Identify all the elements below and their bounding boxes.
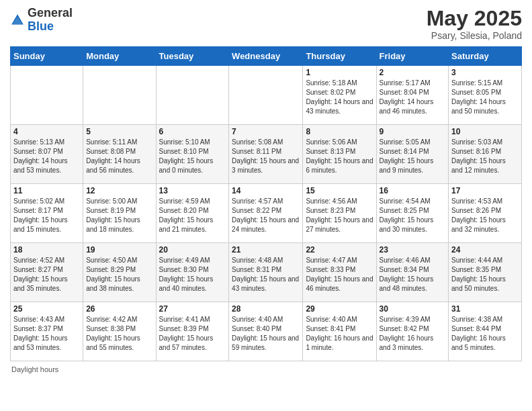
- col-thursday: Thursday: [303, 47, 376, 66]
- day-number: 13: [159, 186, 226, 195]
- calendar-cell-w1-d2: [156, 66, 229, 125]
- day-info: Sunrise: 4:38 AM Sunset: 8:44 PM Dayligh…: [451, 315, 519, 353]
- day-number: 20: [159, 245, 226, 255]
- calendar-cell-w3-d1: 12Sunrise: 5:00 AM Sunset: 8:19 PM Dayli…: [83, 184, 156, 243]
- day-info: Sunrise: 4:47 AM Sunset: 8:33 PM Dayligh…: [306, 256, 373, 293]
- calendar-cell-w2-d2: 6Sunrise: 5:10 AM Sunset: 8:10 PM Daylig…: [156, 125, 229, 184]
- calendar-cell-w4-d5: 23Sunrise: 4:46 AM Sunset: 8:34 PM Dayli…: [376, 243, 449, 302]
- day-info: Sunrise: 4:54 AM Sunset: 8:25 PM Dayligh…: [380, 197, 446, 234]
- location-text: Psary, Silesia, Poland: [427, 30, 522, 41]
- calendar-cell-w2-d6: 10Sunrise: 5:03 AM Sunset: 8:16 PM Dayli…: [449, 125, 522, 184]
- day-info: Sunrise: 4:41 AM Sunset: 8:39 PM Dayligh…: [159, 315, 226, 353]
- day-info: Sunrise: 4:48 AM Sunset: 8:31 PM Dayligh…: [232, 256, 300, 293]
- day-info: Sunrise: 5:00 AM Sunset: 8:19 PM Dayligh…: [86, 197, 152, 234]
- day-info: Sunrise: 5:13 AM Sunset: 8:07 PM Dayligh…: [13, 138, 80, 175]
- day-number: 21: [232, 245, 300, 255]
- calendar-cell-w2-d0: 4Sunrise: 5:13 AM Sunset: 8:07 PM Daylig…: [11, 125, 83, 184]
- day-info: Sunrise: 5:18 AM Sunset: 8:02 PM Dayligh…: [306, 79, 373, 116]
- calendar-cell-w5-d3: 28Sunrise: 4:40 AM Sunset: 8:40 PM Dayli…: [229, 302, 303, 361]
- day-info: Sunrise: 4:52 AM Sunset: 8:27 PM Dayligh…: [13, 256, 80, 293]
- calendar-cell-w2-d4: 8Sunrise: 5:06 AM Sunset: 8:13 PM Daylig…: [303, 125, 376, 184]
- day-number: 6: [159, 127, 226, 136]
- day-info: Sunrise: 5:06 AM Sunset: 8:13 PM Dayligh…: [306, 138, 373, 175]
- col-friday: Friday: [376, 47, 449, 66]
- day-info: Sunrise: 4:40 AM Sunset: 8:40 PM Dayligh…: [232, 315, 300, 353]
- day-number: 16: [380, 186, 446, 195]
- day-number: 17: [451, 186, 519, 195]
- calendar-cell-w1-d6: 3Sunrise: 5:15 AM Sunset: 8:05 PM Daylig…: [449, 66, 522, 125]
- day-number: 3: [451, 68, 519, 77]
- calendar-cell-w5-d2: 27Sunrise: 4:41 AM Sunset: 8:39 PM Dayli…: [156, 302, 229, 361]
- month-year-title: May 2025: [427, 7, 522, 30]
- day-number: 12: [86, 186, 152, 195]
- day-number: 24: [451, 245, 519, 255]
- col-monday: Monday: [83, 47, 156, 66]
- day-number: 29: [306, 304, 373, 314]
- day-info: Sunrise: 4:43 AM Sunset: 8:37 PM Dayligh…: [13, 315, 80, 353]
- calendar-cell-w2-d3: 7Sunrise: 5:08 AM Sunset: 8:11 PM Daylig…: [229, 125, 303, 184]
- day-number: 25: [13, 304, 80, 314]
- day-info: Sunrise: 5:03 AM Sunset: 8:16 PM Dayligh…: [451, 138, 519, 175]
- footer-note: Daylight hours: [10, 365, 522, 373]
- day-number: 7: [232, 127, 300, 136]
- day-number: 10: [451, 127, 519, 136]
- calendar-cell-w3-d0: 11Sunrise: 5:02 AM Sunset: 8:17 PM Dayli…: [11, 184, 83, 243]
- calendar-week-4: 18Sunrise: 4:52 AM Sunset: 8:27 PM Dayli…: [11, 243, 522, 302]
- day-info: Sunrise: 4:40 AM Sunset: 8:41 PM Dayligh…: [306, 315, 373, 353]
- calendar-cell-w1-d5: 2Sunrise: 5:17 AM Sunset: 8:04 PM Daylig…: [376, 66, 449, 125]
- day-number: 11: [13, 186, 80, 195]
- day-number: 9: [380, 127, 446, 136]
- day-info: Sunrise: 5:05 AM Sunset: 8:14 PM Dayligh…: [380, 138, 446, 175]
- calendar-cell-w3-d6: 17Sunrise: 4:53 AM Sunset: 8:26 PM Dayli…: [449, 184, 522, 243]
- calendar-cell-w2-d5: 9Sunrise: 5:05 AM Sunset: 8:14 PM Daylig…: [376, 125, 449, 184]
- day-number: 8: [306, 127, 373, 136]
- calendar-cell-w3-d2: 13Sunrise: 4:59 AM Sunset: 8:20 PM Dayli…: [156, 184, 229, 243]
- day-info: Sunrise: 4:49 AM Sunset: 8:30 PM Dayligh…: [159, 256, 226, 293]
- day-number: 27: [159, 304, 226, 314]
- calendar-cell-w4-d2: 20Sunrise: 4:49 AM Sunset: 8:30 PM Dayli…: [156, 243, 229, 302]
- calendar-cell-w1-d0: [11, 66, 83, 125]
- logo-icon: [10, 13, 25, 28]
- calendar-cell-w3-d4: 15Sunrise: 4:56 AM Sunset: 8:23 PM Dayli…: [303, 184, 376, 243]
- logo: General Blue: [10, 7, 73, 34]
- day-info: Sunrise: 5:17 AM Sunset: 8:04 PM Dayligh…: [380, 79, 446, 116]
- day-number: 5: [86, 127, 152, 136]
- logo-text: General Blue: [28, 7, 73, 34]
- calendar-cell-w2-d1: 5Sunrise: 5:11 AM Sunset: 8:08 PM Daylig…: [83, 125, 156, 184]
- calendar-cell-w5-d6: 31Sunrise: 4:38 AM Sunset: 8:44 PM Dayli…: [449, 302, 522, 361]
- calendar-table: Sunday Monday Tuesday Wednesday Thursday…: [10, 46, 522, 361]
- calendar-cell-w4-d0: 18Sunrise: 4:52 AM Sunset: 8:27 PM Dayli…: [11, 243, 83, 302]
- day-info: Sunrise: 4:42 AM Sunset: 8:38 PM Dayligh…: [86, 315, 152, 353]
- day-info: Sunrise: 5:15 AM Sunset: 8:05 PM Dayligh…: [451, 79, 519, 116]
- page-container: General Blue May 2025 Psary, Silesia, Po…: [0, 0, 532, 377]
- logo-blue-text: Blue: [28, 19, 54, 33]
- calendar-cell-w3-d3: 14Sunrise: 4:57 AM Sunset: 8:22 PM Dayli…: [229, 184, 303, 243]
- col-sunday: Sunday: [11, 47, 83, 66]
- day-number: 30: [380, 304, 446, 314]
- calendar-cell-w1-d3: [229, 66, 303, 125]
- day-info: Sunrise: 4:57 AM Sunset: 8:22 PM Dayligh…: [232, 197, 300, 234]
- day-number: 22: [306, 245, 373, 255]
- calendar-cell-w5-d4: 29Sunrise: 4:40 AM Sunset: 8:41 PM Dayli…: [303, 302, 376, 361]
- calendar-week-3: 11Sunrise: 5:02 AM Sunset: 8:17 PM Dayli…: [11, 184, 522, 243]
- day-info: Sunrise: 5:11 AM Sunset: 8:08 PM Dayligh…: [86, 138, 152, 175]
- calendar-week-1: 1Sunrise: 5:18 AM Sunset: 8:02 PM Daylig…: [11, 66, 522, 125]
- day-info: Sunrise: 4:59 AM Sunset: 8:20 PM Dayligh…: [159, 197, 226, 234]
- calendar-week-5: 25Sunrise: 4:43 AM Sunset: 8:37 PM Dayli…: [11, 302, 522, 361]
- calendar-cell-w4-d1: 19Sunrise: 4:50 AM Sunset: 8:29 PM Dayli…: [83, 243, 156, 302]
- col-saturday: Saturday: [449, 47, 522, 66]
- calendar-cell-w4-d4: 22Sunrise: 4:47 AM Sunset: 8:33 PM Dayli…: [303, 243, 376, 302]
- logo-general-text: General: [28, 6, 73, 19]
- day-info: Sunrise: 5:02 AM Sunset: 8:17 PM Dayligh…: [13, 197, 80, 234]
- day-number: 28: [232, 304, 300, 314]
- calendar-cell-w1-d1: [83, 66, 156, 125]
- day-info: Sunrise: 4:39 AM Sunset: 8:42 PM Dayligh…: [380, 315, 446, 353]
- calendar-cell-w5-d5: 30Sunrise: 4:39 AM Sunset: 8:42 PM Dayli…: [376, 302, 449, 361]
- day-number: 14: [232, 186, 300, 195]
- calendar-cell-w5-d0: 25Sunrise: 4:43 AM Sunset: 8:37 PM Dayli…: [11, 302, 83, 361]
- day-info: Sunrise: 5:08 AM Sunset: 8:11 PM Dayligh…: [232, 138, 300, 175]
- calendar-header-row: Sunday Monday Tuesday Wednesday Thursday…: [11, 47, 522, 66]
- day-info: Sunrise: 4:56 AM Sunset: 8:23 PM Dayligh…: [306, 197, 373, 234]
- day-info: Sunrise: 4:46 AM Sunset: 8:34 PM Dayligh…: [380, 256, 446, 293]
- calendar-cell-w1-d4: 1Sunrise: 5:18 AM Sunset: 8:02 PM Daylig…: [303, 66, 376, 125]
